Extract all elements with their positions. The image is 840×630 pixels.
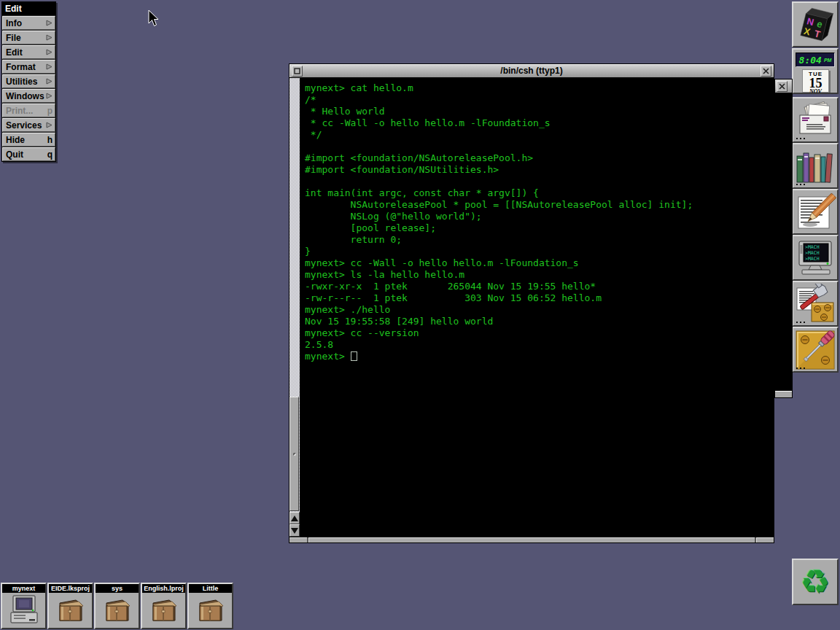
menu-item-print[interactable]: Print... p [2,104,55,117]
arrow-down-icon [291,528,298,534]
menu-item-file[interactable]: File [2,31,55,44]
scroll-up-button[interactable] [289,512,300,524]
scrollbar-knob-dimple [293,453,296,456]
svg-text:>MACH: >MACH [805,256,820,262]
scrollbar-knob[interactable] [289,397,299,511]
dock-tile-project-builder[interactable] [792,281,839,327]
menu-item-label: Format [6,62,36,72]
dock-tile-clock-calendar[interactable]: 8:04 PM TUE 15 NOV [792,48,839,94]
miniwindow-little[interactable]: Little [187,583,233,629]
dock-tile-edit[interactable] [792,189,839,235]
background-window-resize-bar[interactable] [775,391,792,397]
submenu-arrow-icon [46,49,52,55]
window-resize-bar[interactable] [289,537,774,542]
dock-tile-installer[interactable] [792,327,839,373]
menu-item-label: Info [6,18,22,28]
terminal-cursor [351,351,357,361]
next-cube-icon: N e X T [795,4,836,45]
menu-item-label: Hide [6,135,25,145]
computer-icon [7,595,41,626]
menu-item-label: Services [6,120,42,131]
folder-icon [54,596,88,625]
menu-item-info[interactable]: Info [2,16,55,30]
clock-ampm: PM [824,58,832,63]
submenu-arrow-icon [46,93,52,99]
close-button[interactable] [761,66,771,77]
submenu-arrow-icon [46,122,52,128]
terminal-text-area[interactable]: mynext> cat hello.m /* * Hello world * c… [300,78,774,537]
submenu-arrow-icon [46,34,52,41]
miniaturize-icon [294,68,300,74]
app-menu-title[interactable]: Edit [2,2,55,15]
folder-icon [147,596,181,625]
dock-tile-terminal[interactable]: >MACH >MACH >MACH [792,235,839,281]
menu-item-edit[interactable]: Edit [2,45,55,59]
close-icon [779,83,785,90]
edit-document-pencil-icon [794,192,836,233]
menu-item-label: File [6,33,21,43]
menu-item-format[interactable]: Format [2,60,55,74]
dock-tile-recycler[interactable]: ♻ [792,559,839,605]
miniwindow-label: English.lproj [142,584,185,593]
screwdriver-icon [795,330,836,370]
recycler-icon: ♻ [800,565,830,599]
terminal-titlebar[interactable]: /bin/csh (ttyp1) [289,64,774,78]
vertical-scrollbar[interactable] [289,78,300,537]
submenu-arrow-icon [46,63,52,70]
miniwindow-english-lproj[interactable]: English.lproj [141,583,187,629]
app-not-running-dots [796,138,805,139]
menu-item-label: Edit [6,47,23,58]
miniwindow-label: sys [96,584,139,593]
arrow-up-icon [291,516,298,521]
resize-bar-notch [307,537,308,542]
terminal-window: /bin/csh (ttyp1) mynext> cat hello.m /* … [289,63,774,543]
calendar-page: TUE 15 NOV [802,69,829,93]
miniwindow-sys[interactable]: sys [94,583,140,629]
calendar-day: 15 [809,77,822,89]
terminal-prompt: mynext> [305,351,351,362]
desktop: { "menu": { "title": "Edit", "items": [ … [0,0,840,630]
menu-item-services[interactable]: Services [2,118,55,132]
miniwindow-label: mynext [2,584,45,593]
submenu-arrow-icon [46,78,52,85]
menu-item-label: Utilities [6,77,37,87]
svg-text:>MACH: >MACH [805,244,820,250]
dock-tile-librarian[interactable] [792,143,839,189]
background-window[interactable] [774,79,793,398]
miniwindow-eide-lksproj[interactable]: EIDE.lksproj [47,583,93,629]
background-window-titlebar[interactable] [775,79,792,93]
menu-item-windows[interactable]: Windows [2,89,55,103]
menu-item-hide[interactable]: Hide h [2,133,55,147]
miniaturize-button[interactable] [292,66,303,77]
miniwindow-label: EIDE.lksproj [49,584,92,593]
folder-icon [194,596,228,625]
miniwindow-label: Little [189,584,232,593]
svg-text:>MACH: >MACH [805,250,820,256]
calendar-month: NOV [809,89,822,94]
dock-tile-mail[interactable] [792,97,839,143]
terminal-monitor-icon: >MACH >MACH >MACH [794,240,836,276]
hammer-tools-icon [794,284,836,324]
folder-icon [101,596,134,625]
resize-bar-notch [755,537,756,542]
close-button[interactable] [777,81,788,92]
submenu-arrow-icon [46,20,52,26]
menu-item-utilities[interactable]: Utilities [2,74,55,88]
bookshelf-icon [794,147,836,185]
menu-item-quit[interactable]: Quit q [2,147,55,161]
app-not-running-dots [796,322,805,323]
window-title: /bin/csh (ttyp1) [289,64,774,77]
menu-item-label: Windows [6,91,44,101]
background-window-content [775,93,792,391]
terminal-prompt-line: mynext> [305,351,774,362]
mouse-cursor [148,10,160,28]
menu-item-key: h [47,135,52,145]
mail-icon [794,101,836,139]
scroll-down-button[interactable] [289,524,300,537]
miniwindow-mynext[interactable]: mynext [1,583,47,629]
menu-item-label: Print... [6,106,33,116]
menu-item-key: q [47,149,52,160]
dock-tile-next-logo[interactable]: N e X T [792,1,839,47]
app-not-running-dots [796,184,805,185]
menu-item-label: Quit [6,149,23,160]
